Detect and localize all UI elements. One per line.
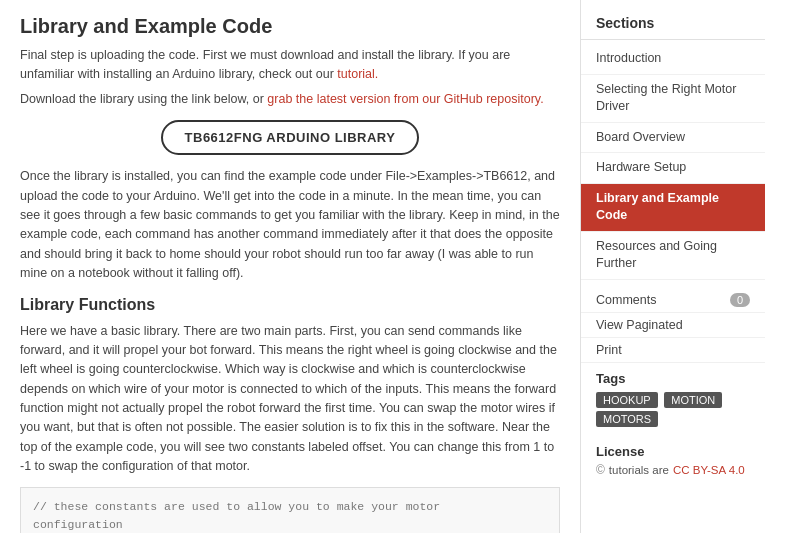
sections-title: Sections xyxy=(581,10,765,40)
intro-paragraph-1: Final step is uploading the code. First … xyxy=(20,46,560,84)
sidebar-item-comments[interactable]: Comments 0 xyxy=(581,288,765,313)
tag-hookup[interactable]: HOOKUP xyxy=(596,392,658,408)
sidebar-item-view-paginated[interactable]: View Paginated xyxy=(581,313,765,338)
tags-title: Tags xyxy=(596,371,750,386)
sidebar-item-selecting[interactable]: Selecting the Right Motor Driver xyxy=(581,75,765,123)
sidebar-item-hardware[interactable]: Hardware Setup xyxy=(581,153,765,184)
nav-items-block: Introduction Selecting the Right Motor D… xyxy=(581,44,765,280)
license-link[interactable]: CC BY-SA 4.0 xyxy=(673,464,745,476)
tags-section: Tags HOOKUP MOTION MOTORS xyxy=(581,363,765,438)
body-text-1: Once the library is installed, you can f… xyxy=(20,167,560,283)
sidebar-item-library[interactable]: Library and Example Code xyxy=(581,184,765,232)
sidebar-item-introduction[interactable]: Introduction xyxy=(581,44,765,75)
tag-motion[interactable]: MOTION xyxy=(664,392,722,408)
intro-paragraph-2: Download the library using the link belo… xyxy=(20,90,560,109)
cc-symbol: © xyxy=(596,463,605,477)
lib-functions-body: Here we have a basic library. There are … xyxy=(20,322,560,477)
sidebar-item-board[interactable]: Board Overview xyxy=(581,123,765,154)
library-button-container: TB6612FNG ARDUINO LIBRARY xyxy=(20,120,560,155)
code-content-1: // these constants are used to allow you… xyxy=(21,488,559,534)
sidebar-item-resources[interactable]: Resources and Going Further xyxy=(581,232,765,280)
sidebar-item-print[interactable]: Print xyxy=(581,338,765,363)
lib-functions-title: Library Functions xyxy=(20,296,560,314)
code-block-1: // these constants are used to allow you… xyxy=(20,487,560,534)
license-text: © tutorials are CC BY-SA 4.0 xyxy=(596,463,750,477)
sidebar: Sections Introduction Selecting the Righ… xyxy=(580,0,765,533)
main-content: Library and Example Code Final step is u… xyxy=(0,0,580,533)
library-download-button[interactable]: TB6612FNG ARDUINO LIBRARY xyxy=(161,120,420,155)
comments-badge: 0 xyxy=(730,293,750,307)
tutorial-link[interactable]: tutorial. xyxy=(337,67,378,81)
license-title: License xyxy=(596,444,750,459)
license-section: License © tutorials are CC BY-SA 4.0 xyxy=(581,438,765,483)
tag-motors[interactable]: MOTORS xyxy=(596,411,658,427)
page-title: Library and Example Code xyxy=(20,15,560,38)
github-link[interactable]: grab the latest version from our GitHub … xyxy=(267,92,543,106)
code-line: // these constants are used to allow you… xyxy=(33,498,469,534)
